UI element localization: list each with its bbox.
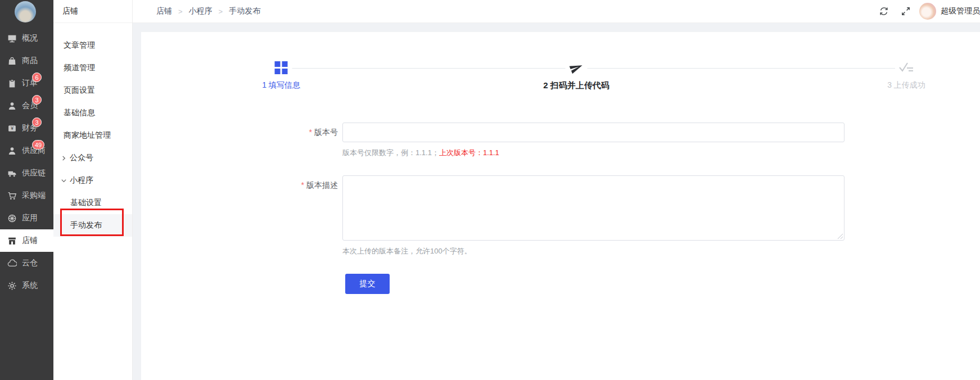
primary-nav: 概况 商品 订单 6 会员 3 [0,27,53,297]
orders-badge: 6 [32,73,42,82]
step-3-label: 3 上传成功 [887,80,925,91]
version-number-input[interactable] [342,123,844,142]
finance-badge: 3 [32,117,42,127]
chevron-down-icon [61,178,67,184]
version-number-label: 版本号 [214,123,338,142]
sidebar-item-label: 系统 [22,281,38,291]
sidebar-item-overview[interactable]: 概况 [0,27,53,49]
bag-icon [7,56,17,66]
chevron-right-icon [61,155,67,161]
store-logo-avatar[interactable] [15,1,36,22]
checklist-icon [895,61,918,73]
sidebar-item-products[interactable]: 商品 [0,49,53,72]
cloud-icon [7,259,17,268]
submit-button[interactable]: 提交 [345,274,390,294]
breadcrumb-separator: > [219,7,223,16]
secondary-sidebar-title: 店铺 [53,0,132,23]
version-description-textarea[interactable] [342,175,844,241]
stepper-connector-line [288,68,896,69]
gear-icon [7,281,17,291]
breadcrumb-item-manual-publish: 手动发布 [229,6,260,16]
breadcrumb-separator: > [178,7,183,16]
shop-icon [7,236,17,246]
refresh-icon[interactable] [879,6,889,16]
grid-icon [270,61,292,75]
sidebar-item-finance[interactable]: ¥ 财务 3 [0,117,53,139]
content-panel: 1 填写信息 2 扫码并上传代码 3 上传成功 版本号 版本号仅限数字，例：1.… [141,32,980,380]
app-window: 概况 商品 订单 6 会员 3 [0,0,980,380]
description-hint: 本次上传的版本备注，允许100个字符。 [342,246,472,256]
sidebar-item-suppliers[interactable]: 供应商 49 [0,139,53,162]
sidebar-item-shop[interactable]: 店铺 [0,229,53,252]
submenu-item-manual-publish[interactable]: 手动发布 [53,214,132,237]
textarea-resize-grip[interactable] [837,233,843,239]
submenu-item-basic-info[interactable]: 基础信息 [53,102,132,124]
suppliers-badge: 49 [32,140,44,150]
sidebar-item-label: 采购端 [22,191,46,201]
sidebar-item-cloud-warehouse[interactable]: 云仓 [0,252,53,274]
sidebar-item-label: 云仓 [22,258,38,268]
sidebar-item-system[interactable]: 系统 [0,274,53,297]
paper-plane-icon [566,61,588,75]
secondary-sidebar: 店铺 文章管理 频道管理 页面设置 基础信息 商家地址管理 公众号 小程序 基础… [53,0,133,380]
main-area: 店铺 > 小程序 > 手动发布 超级管理员 [133,0,980,380]
submenu-group-official-account[interactable]: 公众号 [53,147,132,169]
breadcrumb-item-mini-program[interactable]: 小程序 [189,6,213,16]
submenu-item-channel-management[interactable]: 频道管理 [53,57,132,79]
monitor-icon [7,34,17,43]
sidebar-item-purchasing[interactable]: 采购端 [0,184,53,207]
step-1-label: 1 填写信息 [262,80,300,91]
user-avatar[interactable] [919,3,936,20]
secondary-nav: 文章管理 频道管理 页面设置 基础信息 商家地址管理 公众号 小程序 基础设置 … [53,23,132,237]
submenu-item-merchant-address[interactable]: 商家地址管理 [53,124,132,147]
sidebar-item-orders[interactable]: 订单 6 [0,72,53,94]
svg-text:¥: ¥ [10,125,13,131]
topbar: 店铺 > 小程序 > 手动发布 超级管理员 [133,0,980,23]
sidebar-item-members[interactable]: 会员 3 [0,94,53,117]
sidebar-item-label: 应用 [22,213,38,223]
supplier-icon [7,146,17,156]
sidebar-item-label: 供应链 [22,168,46,178]
topbar-actions: 超级管理员 [879,3,980,20]
submenu-item-article-management[interactable]: 文章管理 [53,34,132,57]
truck-icon [7,169,17,178]
submenu-group-label: 小程序 [70,175,93,186]
breadcrumb-item-shop[interactable]: 店铺 [156,6,172,16]
last-version-hint: 上次版本号：1.1.1 [439,148,499,157]
sidebar-item-label: 店铺 [22,236,38,246]
username-label[interactable]: 超级管理员 [941,6,980,16]
primary-sidebar: 概况 商品 订单 6 会员 3 [0,0,53,380]
apps-icon [7,214,17,223]
sidebar-item-apps[interactable]: 应用 [0,207,53,229]
submenu-item-page-settings[interactable]: 页面设置 [53,79,132,102]
submenu-item-basic-settings[interactable]: 基础设置 [53,192,132,214]
cart-icon [7,191,17,201]
member-icon [7,101,17,111]
submenu-group-mini-program[interactable]: 小程序 [53,169,132,192]
finance-icon: ¥ [7,124,17,133]
submenu-group-label: 公众号 [70,153,93,163]
version-hint: 版本号仅限数字，例：1.1.1；上次版本号：1.1.1 [342,148,499,158]
version-description-label: 版本描述 [214,180,338,191]
sidebar-item-label: 商品 [22,56,38,66]
sidebar-item-label: 概况 [22,33,38,43]
fullscreen-icon[interactable] [901,6,911,16]
order-icon [7,79,17,88]
members-badge: 3 [32,95,42,105]
sidebar-item-supply-chain[interactable]: 供应链 [0,162,53,184]
step-2-label: 2 扫码并上传代码 [543,80,609,91]
breadcrumb: 店铺 > 小程序 > 手动发布 [156,6,260,16]
